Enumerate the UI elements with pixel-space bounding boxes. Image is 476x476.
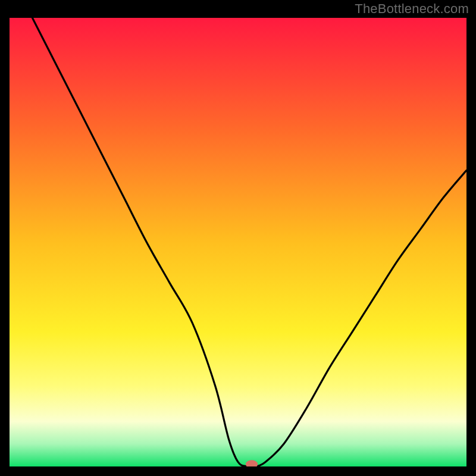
app-frame: TheBottleneck.com xyxy=(0,0,476,476)
watermark-text: TheBottleneck.com xyxy=(355,1,469,17)
gradient-background xyxy=(10,18,466,466)
bottleneck-chart xyxy=(10,18,466,466)
plot-container xyxy=(10,18,466,466)
